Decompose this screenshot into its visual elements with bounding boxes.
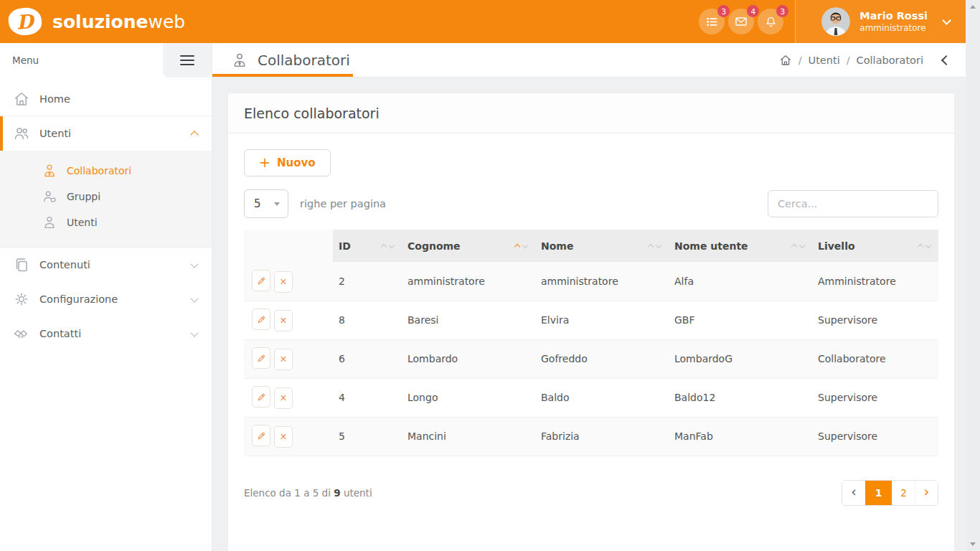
chevron-up-icon <box>190 131 198 138</box>
sidebar-toggle-button[interactable] <box>163 43 212 77</box>
list-icon <box>705 15 719 29</box>
rows-per-page-select[interactable]: 5 <box>244 189 288 218</box>
sidebar-subitem-collaboratori[interactable]: Collaboratori <box>0 158 212 184</box>
cell-cognome: amministratore <box>402 262 535 301</box>
sidebar-subitem-utenti[interactable]: Utenti <box>0 209 212 235</box>
vertical-scrollbar[interactable] <box>966 0 980 551</box>
edit-button[interactable] <box>252 270 270 291</box>
hamburger-icon <box>180 55 194 65</box>
sidebar-item-label: Configurazione <box>39 293 118 305</box>
pagination-page-2-button[interactable]: 2 <box>892 481 915 505</box>
cell-cognome: Lombardo <box>402 339 535 378</box>
breadcrumb-collaboratori: Collaboratori <box>857 55 923 66</box>
sidebar-item-configurazione[interactable]: Configurazione <box>0 282 212 316</box>
pagination-page-1-button[interactable]: 1 <box>865 481 892 505</box>
sidebar-subitem-label: Gruppi <box>67 191 100 202</box>
pagination-prev-button[interactable]: ‹ <box>842 481 865 505</box>
sidebar-subitem-gruppi[interactable]: Gruppi <box>0 184 212 209</box>
delete-button[interactable]: × <box>274 387 293 409</box>
cell-id: 2 <box>333 262 402 301</box>
cell-livello: Supervisore <box>812 417 938 456</box>
edit-button[interactable] <box>252 386 270 408</box>
collapse-panel-icon[interactable] <box>941 55 951 65</box>
notification-group: 3 4 3 <box>699 9 783 34</box>
utenti-submenu: Collaboratori Gruppi Utenti <box>0 151 212 248</box>
sidebar: Menu Home Utenti <box>0 43 212 551</box>
summary-total: 9 <box>334 487 340 499</box>
column-label: Cognome <box>407 240 461 252</box>
sidebar-item-home[interactable]: Home <box>0 82 212 116</box>
user-menu[interactable]: Mario Rossi amministratore <box>796 0 966 43</box>
sidebar-item-utenti[interactable]: Utenti <box>0 116 212 151</box>
brand-logo[interactable]: D soluzioneweb <box>0 8 185 35</box>
tasks-button[interactable]: 3 <box>699 9 725 34</box>
page-title: Collaboratori <box>212 52 350 69</box>
search-input[interactable] <box>768 190 938 217</box>
scroll-down-icon[interactable] <box>970 542 976 546</box>
pages-icon <box>13 256 30 273</box>
edit-button[interactable] <box>252 347 270 369</box>
collaborators-card: Elenco collaboratori + Nuovo 5 righe per… <box>228 93 954 551</box>
delete-button[interactable]: × <box>274 349 293 370</box>
column-actions <box>244 230 333 262</box>
brand-name: soluzioneweb <box>52 11 185 32</box>
breadcrumb-separator: / <box>847 55 850 66</box>
sidebar-subitem-label: Collaboratori <box>67 165 131 176</box>
delete-button[interactable]: × <box>274 426 293 448</box>
chevron-down-icon <box>190 329 198 336</box>
cell-livello: Supervisore <box>812 378 938 417</box>
main-area: Collaboratori / Utenti / Collaboratori E… <box>212 43 966 551</box>
column-label: Nome <box>541 240 573 252</box>
sidebar-item-contenuti[interactable]: Contenuti <box>0 248 212 282</box>
x-icon: × <box>280 431 286 443</box>
brand-light: web <box>148 11 185 32</box>
chevron-down-icon <box>190 260 198 268</box>
app-window: D soluzioneweb 3 <box>0 0 980 551</box>
breadcrumb-utenti[interactable]: Utenti <box>809 55 840 66</box>
pagination: ‹ 1 2 › <box>842 480 938 506</box>
scroll-up-icon[interactable] <box>970 5 976 9</box>
delete-button[interactable]: × <box>274 271 293 293</box>
messages-button[interactable]: 4 <box>728 9 754 34</box>
edit-button[interactable] <box>252 309 270 330</box>
sidebar-item-contatti[interactable]: Contatti <box>0 316 212 351</box>
pencil-icon <box>257 315 266 324</box>
column-nome[interactable]: Nome <box>535 230 669 262</box>
table-row: × 4 Longo Baldo Baldo12 Supervisore <box>244 378 938 417</box>
column-label: Nome utente <box>674 240 748 252</box>
delete-button[interactable]: × <box>274 310 293 331</box>
users-icon <box>13 125 30 142</box>
new-button[interactable]: + Nuovo <box>244 149 331 176</box>
home-icon[interactable] <box>779 54 792 67</box>
column-nome-utente[interactable]: Nome utente <box>669 230 812 262</box>
cell-livello: Supervisore <box>812 301 938 339</box>
topbar-right: 3 4 3 <box>699 0 966 43</box>
mail-icon <box>734 14 748 29</box>
page-title-label: Collaboratori <box>258 52 350 69</box>
user-tie-icon <box>42 163 57 179</box>
column-livello[interactable]: Livello <box>812 230 938 262</box>
user-role: amministratore <box>859 23 928 34</box>
cell-cognome: Mancini <box>402 417 535 456</box>
cell-id: 4 <box>333 378 402 417</box>
table-row: × 6 Lombardo Gofreddo LombardoG Collabor… <box>244 339 938 378</box>
new-button-label: Nuovo <box>277 156 316 169</box>
logo-letter: D <box>16 10 34 34</box>
select-caret-icon <box>274 202 280 206</box>
cell-nome-utente: Alfa <box>669 262 812 301</box>
sidebar-item-label: Utenti <box>39 128 71 139</box>
column-id[interactable]: ID <box>333 230 402 262</box>
sidebar-item-label: Home <box>39 93 70 105</box>
alerts-button[interactable]: 3 <box>758 9 783 34</box>
home-icon <box>13 90 30 108</box>
cell-nome: Baldo <box>535 378 669 417</box>
column-label: Livello <box>818 240 855 252</box>
edit-button[interactable] <box>252 425 270 446</box>
table-wrap: ID Cognome Nome Nome utente Livello <box>244 230 938 456</box>
pagination-next-button[interactable]: › <box>915 481 938 505</box>
page-header: Collaboratori / Utenti / Collaboratori <box>212 43 966 77</box>
column-cognome[interactable]: Cognome <box>402 230 535 262</box>
pencil-icon <box>257 392 266 402</box>
avatar <box>821 7 850 36</box>
logo-mark-icon: D <box>7 6 43 37</box>
